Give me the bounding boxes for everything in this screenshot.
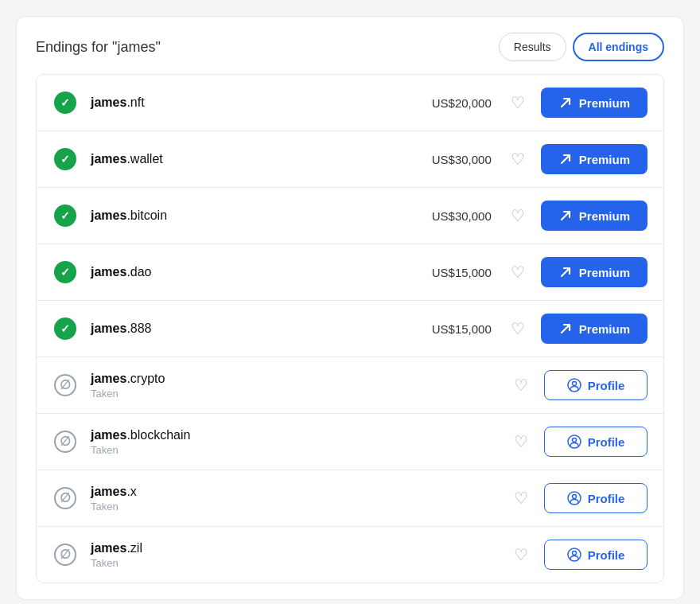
arrow-icon	[558, 95, 573, 110]
svg-point-1	[572, 382, 576, 386]
profile-button[interactable]: Profile	[544, 483, 648, 513]
domain-row: james.walletUS$30,000♡ Premium	[37, 131, 663, 188]
domain-list: james.nftUS$20,000♡ Premiumjames.walletU…	[36, 74, 664, 583]
domain-info: james.cryptoTaken	[91, 372, 511, 399]
arrow-icon	[558, 265, 573, 279]
domain-row: ∅james.cryptoTaken♡ Profile	[37, 357, 663, 414]
domain-price: US$30,000	[396, 209, 492, 223]
taken-icon: ∅	[52, 372, 78, 398]
domain-row: ∅james.xTaken♡ Profile	[37, 470, 663, 527]
domain-name: james.blockchain	[91, 428, 511, 442]
favorite-button[interactable]: ♡	[511, 429, 531, 454]
premium-button[interactable]: Premium	[541, 257, 648, 287]
page-header: Endings for "james" Results All endings	[36, 33, 664, 61]
profile-icon	[567, 491, 581, 505]
domain-name: james.nft	[91, 95, 396, 110]
domain-info: james.blockchainTaken	[91, 428, 511, 456]
domain-info: james.dao	[91, 265, 396, 279]
domain-info: james.nft	[91, 95, 396, 110]
domain-name: james.zil	[91, 541, 511, 555]
premium-label: Premium	[579, 96, 630, 110]
available-icon	[52, 316, 78, 341]
title-prefix: Endings for	[36, 39, 112, 55]
arrow-icon	[558, 208, 573, 223]
domain-name: james.888	[91, 321, 396, 336]
premium-label: Premium	[579, 266, 630, 279]
profile-icon	[567, 434, 581, 449]
domain-name: james.x	[91, 485, 511, 499]
results-button[interactable]: Results	[499, 33, 566, 61]
favorite-button[interactable]: ♡	[508, 203, 528, 228]
domain-row: ∅james.zilTaken♡ Profile	[37, 527, 663, 583]
available-icon	[52, 203, 78, 228]
domain-row: james.888US$15,000♡ Premium	[37, 301, 663, 357]
domain-row: james.nftUS$20,000♡ Premium	[37, 75, 663, 131]
domain-name: james.dao	[91, 265, 396, 279]
domain-status-label: Taken	[91, 388, 511, 399]
domain-info: james.bitcoin	[91, 208, 396, 223]
profile-icon	[567, 378, 581, 392]
domain-name: james.wallet	[91, 152, 396, 166]
premium-button[interactable]: Premium	[541, 88, 648, 118]
domain-price: US$30,000	[396, 153, 492, 166]
svg-point-5	[572, 495, 576, 499]
domain-info: james.zilTaken	[91, 541, 511, 569]
premium-button[interactable]: Premium	[541, 314, 648, 344]
available-icon	[52, 146, 78, 172]
taken-icon: ∅	[52, 542, 78, 567]
domain-price: US$15,000	[396, 266, 492, 279]
domain-info: james.wallet	[91, 152, 396, 166]
domain-info: james.888	[91, 321, 396, 336]
profile-label: Profile	[588, 492, 625, 505]
profile-label: Profile	[588, 379, 625, 392]
favorite-button[interactable]: ♡	[508, 316, 528, 341]
arrow-icon	[558, 152, 573, 166]
page-title: Endings for "james"	[36, 39, 161, 56]
profile-label: Profile	[588, 548, 625, 562]
profile-label: Profile	[588, 435, 625, 449]
profile-button[interactable]: Profile	[544, 427, 648, 457]
svg-point-3	[572, 438, 576, 442]
domain-status-label: Taken	[91, 444, 511, 456]
favorite-button[interactable]: ♡	[508, 90, 528, 115]
domain-row: james.bitcoinUS$30,000♡ Premium	[37, 188, 663, 244]
available-icon	[52, 90, 78, 115]
domain-row: ∅james.blockchainTaken♡ Profile	[37, 414, 663, 470]
favorite-button[interactable]: ♡	[511, 485, 531, 511]
svg-point-7	[572, 551, 576, 555]
favorite-button[interactable]: ♡	[511, 542, 531, 567]
favorite-button[interactable]: ♡	[511, 372, 531, 398]
domain-info: james.xTaken	[91, 485, 511, 512]
domain-status-label: Taken	[91, 557, 511, 569]
profile-icon	[567, 547, 581, 562]
premium-button[interactable]: Premium	[541, 144, 648, 174]
premium-button[interactable]: Premium	[541, 201, 648, 231]
domain-price: US$15,000	[396, 322, 492, 336]
title-query: "james"	[112, 39, 161, 55]
favorite-button[interactable]: ♡	[508, 146, 528, 172]
all-endings-button[interactable]: All endings	[573, 33, 664, 61]
domain-row: james.daoUS$15,000♡ Premium	[37, 244, 663, 301]
domain-price: US$20,000	[396, 96, 492, 110]
favorite-button[interactable]: ♡	[508, 259, 528, 285]
premium-label: Premium	[579, 322, 630, 336]
main-container: Endings for "james" Results All endings …	[16, 16, 684, 600]
premium-label: Premium	[579, 153, 630, 166]
header-buttons: Results All endings	[499, 33, 664, 61]
domain-name: james.bitcoin	[91, 208, 396, 223]
domain-status-label: Taken	[91, 501, 511, 512]
taken-icon: ∅	[52, 485, 78, 511]
profile-button[interactable]: Profile	[544, 370, 648, 400]
taken-icon: ∅	[52, 429, 78, 454]
domain-name: james.crypto	[91, 372, 511, 386]
profile-button[interactable]: Profile	[544, 540, 648, 570]
arrow-icon	[558, 321, 573, 336]
available-icon	[52, 259, 78, 285]
premium-label: Premium	[579, 209, 630, 223]
